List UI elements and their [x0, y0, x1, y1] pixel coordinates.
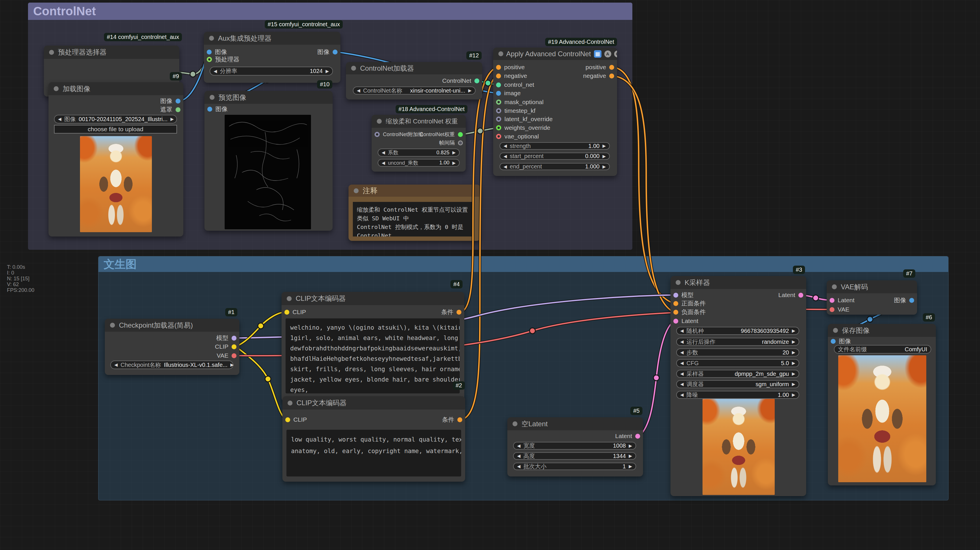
increment-icon[interactable]: ▶: [452, 160, 456, 166]
slot-dot[interactable]: [332, 50, 337, 54]
slot-dot[interactable]: [285, 310, 290, 315]
node-aux-preprocessor[interactable]: Aux集成预处理器 图像 预处理器 图像 ◀ 分辨率 1024 ▶: [204, 32, 340, 83]
slot-dot[interactable]: [496, 125, 501, 130]
widget-image-file[interactable]: ◀ 图像 00170-20241105_202524_Illustri... ▶: [54, 115, 177, 124]
reroute-dot[interactable]: [190, 71, 196, 77]
reroute-dot[interactable]: [258, 323, 264, 329]
slot-dot[interactable]: [831, 339, 836, 344]
slot-dot[interactable]: [830, 307, 834, 312]
increment-icon[interactable]: ▶: [452, 150, 456, 155]
widget-height[interactable]: ◀ 高度 1344 ▶: [513, 452, 636, 460]
input-slot-latent[interactable]: Latent: [673, 317, 698, 325]
input-slot-clip[interactable]: CLIP: [285, 415, 307, 424]
input-slot-image[interactable]: 图像: [831, 337, 851, 346]
collapse-dot[interactable]: [209, 36, 214, 41]
collapse-dot[interactable]: [351, 66, 356, 71]
node-controlnet-loader[interactable]: ControlNet加载器 ControlNet ◀ ControlNet名称 …: [346, 62, 482, 100]
widget-batch-size[interactable]: ◀ 批次大小 1 ▶: [513, 463, 636, 470]
input-slot-weights-override[interactable]: weights_override: [496, 124, 550, 132]
collapse-dot[interactable]: [288, 401, 293, 406]
slot-dot[interactable]: [232, 353, 237, 358]
collapse-dot[interactable]: [833, 328, 838, 333]
widget-control-after-generate[interactable]: ◀ 运行后操作 randomize ▶: [676, 338, 799, 346]
collapse-dot[interactable]: [210, 95, 215, 100]
widget-sampler[interactable]: ◀ 采样器 dpmpp_2m_sde_gpu ▶: [676, 370, 799, 378]
node-title-bar[interactable]: VAE解码: [827, 281, 917, 293]
increment-icon[interactable]: ▶: [602, 164, 606, 169]
decrement-icon[interactable]: ◀: [680, 339, 684, 344]
decrement-icon[interactable]: ◀: [504, 143, 507, 149]
node-title-bar[interactable]: Aux集成预处理器: [204, 32, 340, 45]
widget-steps[interactable]: ◀ 步数 20 ▶: [676, 349, 799, 357]
input-slot-vae-optional[interactable]: vae_optional: [496, 132, 539, 141]
slot-dot[interactable]: [207, 107, 212, 112]
widget-checkpoint-name[interactable]: ◀ Checkpoint名称 Illustrious-XL-v0.1.safe.…: [110, 360, 233, 369]
increment-icon[interactable]: ▶: [602, 143, 606, 149]
input-slot-cn-extras[interactable]: ControlNet附加组: [374, 130, 423, 139]
node-save-image[interactable]: 保存图像 图像 文件名前缀 ComfyUI: [828, 324, 936, 485]
reroute-dot[interactable]: [485, 80, 491, 86]
increment-icon[interactable]: ▶: [792, 382, 795, 387]
output-slot-keyframe[interactable]: 帧间隔: [439, 138, 463, 147]
slot-dot[interactable]: [457, 310, 461, 315]
slot-dot[interactable]: [496, 73, 501, 78]
node-title-bar[interactable]: CLIP文本编码器: [282, 292, 464, 305]
output-slot-clip[interactable]: CLIP: [215, 342, 237, 351]
decrement-icon[interactable]: ◀: [517, 453, 520, 458]
node-empty-latent[interactable]: 空Latent Latent ◀ 宽度 1008 ▶ ◀ 高度 1344 ▶ ◀…: [508, 417, 643, 477]
slot-dot[interactable]: [496, 134, 501, 139]
output-slot-image[interactable]: 图像: [894, 296, 914, 304]
slot-dot[interactable]: [609, 65, 614, 70]
input-slot-control-net[interactable]: control_net: [496, 81, 534, 89]
output-slot-conditioning[interactable]: 条件: [442, 415, 462, 424]
slot-dot[interactable]: [458, 141, 463, 145]
widget-strength[interactable]: ◀ strength 1.00 ▶: [500, 142, 610, 150]
input-slot-negative[interactable]: negative: [496, 71, 527, 80]
decrement-icon[interactable]: ◀: [382, 150, 385, 155]
collapse-dot[interactable]: [49, 50, 54, 55]
slot-dot[interactable]: [175, 99, 180, 103]
slot-dot[interactable]: [175, 107, 180, 112]
collap se-dot[interactable]: [110, 323, 115, 328]
widget-scheduler[interactable]: ◀ 调度器 sgm_uniform ▶: [676, 380, 799, 388]
widget-resolution[interactable]: ◀ 分辨率 1024 ▶: [210, 67, 333, 76]
slot-dot[interactable]: [207, 50, 212, 54]
widget-denoise[interactable]: ◀ 降噪 1.00 ▶: [676, 391, 799, 399]
upload-button[interactable]: choose file to upload: [54, 125, 177, 133]
node-ksampler[interactable]: K采样器 模型 正面条件 负面条件 Latent Latent ◀ 随机种 96…: [670, 276, 806, 496]
output-slot-cn-weights[interactable]: ControlNet权重: [420, 130, 463, 139]
slot-dot[interactable]: [232, 336, 237, 341]
output-slot-controlnet[interactable]: ControlNet: [442, 76, 479, 85]
input-slot-clip[interactable]: CLIP: [285, 308, 306, 316]
output-slot-mask[interactable]: 遮罩: [160, 105, 180, 114]
node-apply-advanced-controlnet[interactable]: Apply Advanced ControlNet ▦ A C N positi…: [493, 48, 617, 176]
node-clip-text-encode-negative[interactable]: CLIP文本编码器 CLIP 条件 low quality, worst qua…: [282, 396, 465, 482]
node-title-bar[interactable]: 预处理器选择器: [44, 46, 179, 59]
increment-icon[interactable]: ▶: [792, 328, 795, 333]
slot-dot[interactable]: [673, 301, 678, 306]
widget-width[interactable]: ◀ 宽度 1008 ▶: [513, 442, 636, 450]
slot-dot[interactable]: [830, 298, 834, 303]
collapse-dot[interactable]: [832, 284, 837, 289]
positive-prompt-textarea[interactable]: welchino, yanyo \(ogino atsuki\), kita \…: [286, 319, 460, 393]
slot-dot[interactable]: [635, 434, 640, 439]
increment-icon[interactable]: ▶: [628, 453, 632, 458]
increment-icon[interactable]: ▶: [468, 88, 471, 93]
reroute-dot[interactable]: [813, 295, 819, 301]
decrement-icon[interactable]: ◀: [680, 371, 684, 376]
slot-dot[interactable]: [496, 117, 501, 122]
decrement-icon[interactable]: ◀: [58, 117, 62, 122]
output-slot-conditioning[interactable]: 条件: [441, 308, 461, 316]
slot-dot[interactable]: [909, 298, 914, 303]
slot-dot[interactable]: [496, 100, 501, 105]
slot-dot[interactable]: [474, 78, 479, 83]
node-title-bar[interactable]: 预览图像: [204, 91, 332, 104]
widget-seed[interactable]: ◀ 随机种 966783603935492 ▶: [676, 327, 799, 335]
decrement-icon[interactable]: ◀: [357, 88, 360, 93]
node-title-bar[interactable]: Checkpoint加载器(简易): [105, 319, 239, 332]
input-slot-latent-kf-override[interactable]: latent_kf_override: [496, 115, 553, 124]
node-title-bar[interactable]: 保存图像: [828, 324, 936, 337]
input-slot-image[interactable]: 图像: [207, 105, 228, 113]
increment-icon[interactable]: ▶: [792, 339, 795, 344]
output-slot-positive[interactable]: positive: [585, 63, 614, 71]
